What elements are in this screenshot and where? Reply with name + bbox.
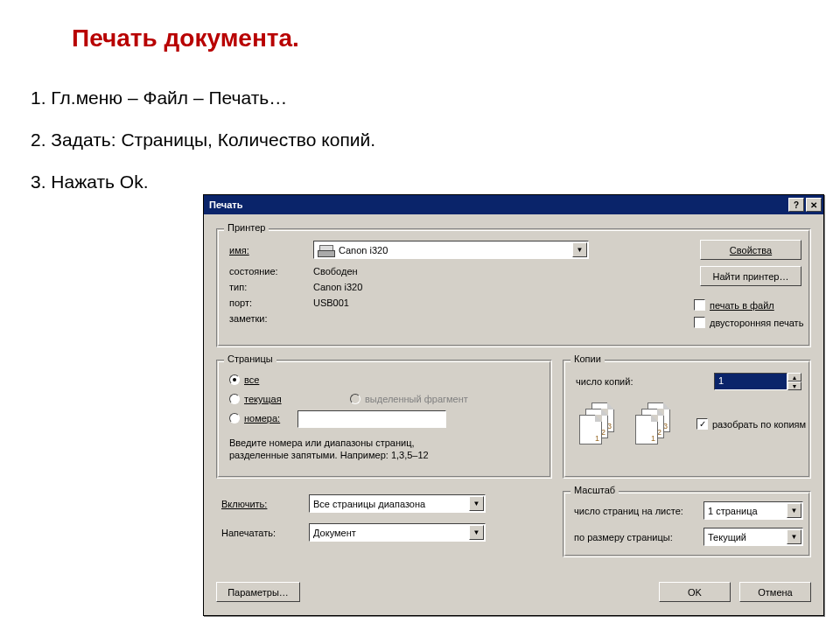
pages-numbers-radio[interactable]: номера: <box>229 413 280 424</box>
print-what-label: Напечатать: <box>221 528 276 538</box>
pages-hint-line2: разделенные запятыми. Например: 1,3,5–12 <box>229 450 429 462</box>
pages-per-sheet-select[interactable]: 1 страница ▼ <box>704 501 803 520</box>
printer-status-value: Свободен <box>313 266 358 276</box>
pages-numbers-label: номера: <box>244 413 280 424</box>
spinner-down-icon[interactable]: ▼ <box>788 382 802 390</box>
pages-group-title: Страницы <box>224 354 276 364</box>
find-printer-button[interactable]: Найти принтер… <box>700 266 802 286</box>
options-button-label: Параметры… <box>228 587 289 598</box>
properties-button[interactable]: Свойства <box>700 240 802 260</box>
printer-type-label: тип: <box>229 282 247 292</box>
list-item: 1. Гл.меню – Файл – Печать… <box>31 88 375 108</box>
pages-group: Страницы все текущая выделенный фрагмент… <box>216 360 552 479</box>
pages-per-sheet-value: 1 страница <box>708 506 758 516</box>
printer-name-label: имя: <box>229 245 249 256</box>
print-to-file-label: печать в файл <box>710 300 774 311</box>
include-label: Включить: <box>221 499 267 509</box>
printer-port-label: порт: <box>229 298 252 308</box>
radio-icon <box>229 374 240 385</box>
checkbox-icon <box>694 299 705 311</box>
fit-to-label: по размеру страницы: <box>574 532 673 542</box>
printer-group: Принтер имя: Canon i320 ▼ состояние: Сво… <box>216 228 811 347</box>
copies-group: Копии число копий: 1 ▲ ▼ 3 2 1 <box>563 360 811 479</box>
pages-per-sheet-label: число страниц на листе: <box>574 506 683 516</box>
copies-count-label: число копий: <box>576 376 633 387</box>
duplex-checkbox[interactable]: двусторонняя печать <box>694 317 803 328</box>
include-value: Все страницы диапазона <box>313 499 425 509</box>
find-printer-button-label: Найти принтер… <box>713 271 789 282</box>
checkbox-icon: ✓ <box>696 418 708 430</box>
list-item: 2. Задать: Страницы, Количество копий. <box>31 130 375 150</box>
dialog-title: Печать <box>209 200 242 210</box>
chevron-down-icon[interactable]: ▼ <box>787 529 802 544</box>
copies-count-value[interactable]: 1 <box>714 373 788 390</box>
cancel-button[interactable]: Отмена <box>739 582 811 602</box>
radio-icon <box>229 394 240 404</box>
scale-group-title: Масштаб <box>570 485 619 495</box>
printer-notes-label: заметки: <box>229 313 268 324</box>
printer-type-value: Canon i320 <box>313 282 362 292</box>
pages-hint-line1: Введите номера или диапазоны страниц, <box>229 438 429 450</box>
printer-name-value: Canon i320 <box>339 245 388 256</box>
pages-all-label: все <box>244 374 259 385</box>
collate-preview-icon: 3 2 1 <box>579 402 620 443</box>
print-to-file-checkbox[interactable]: печать в файл <box>694 299 774 311</box>
radio-icon <box>350 394 360 404</box>
chevron-down-icon[interactable]: ▼ <box>469 496 484 511</box>
help-button[interactable]: ? <box>788 198 804 212</box>
titlebar[interactable]: Печать ? ✕ <box>204 195 823 214</box>
fit-to-select[interactable]: Текущий ▼ <box>704 528 803 546</box>
pages-current-label: текущая <box>244 394 282 404</box>
collate-label: разобрать по копиям <box>712 419 806 430</box>
printer-name-select[interactable]: Canon i320 ▼ <box>313 241 589 259</box>
options-button[interactable]: Параметры… <box>216 582 300 602</box>
print-what-select[interactable]: Документ ▼ <box>309 523 486 542</box>
collate-preview-icon: 3 2 1 <box>635 402 676 443</box>
ok-button-label: OK <box>688 587 702 598</box>
spinner-up-icon[interactable]: ▲ <box>788 373 802 382</box>
close-button[interactable]: ✕ <box>806 198 822 212</box>
pages-current-radio[interactable]: текущая <box>229 394 282 404</box>
copies-group-title: Копии <box>570 354 605 364</box>
collate-checkbox[interactable]: ✓ разобрать по копиям <box>696 418 806 430</box>
pages-all-radio[interactable]: все <box>229 374 259 385</box>
chevron-down-icon[interactable]: ▼ <box>787 503 802 518</box>
checkbox-icon <box>694 317 705 328</box>
chevron-down-icon[interactable]: ▼ <box>469 525 484 540</box>
printer-group-title: Принтер <box>224 222 269 233</box>
properties-button-label: Свойства <box>730 245 772 256</box>
print-dialog: Печать ? ✕ Принтер имя: Canon i320 ▼ сос… <box>203 194 824 616</box>
copies-count-label-text: число копий: <box>576 376 633 387</box>
print-what-value: Документ <box>313 528 356 538</box>
radio-icon <box>229 413 240 424</box>
copies-count-spinner[interactable]: 1 ▲ ▼ <box>714 373 802 390</box>
cancel-button-label: Отмена <box>758 587 792 598</box>
printer-port-value: USB001 <box>313 298 349 308</box>
printer-status-label: состояние: <box>229 266 278 276</box>
pages-numbers-input[interactable] <box>298 410 446 428</box>
include-select[interactable]: Все страницы диапазона ▼ <box>309 494 486 513</box>
pages-selection-radio: выделенный фрагмент <box>350 394 468 404</box>
ok-button[interactable]: OK <box>659 582 731 602</box>
list-item: 3. Нажать Ok. <box>31 172 375 192</box>
printer-icon <box>318 243 335 257</box>
scale-group: Масштаб число страниц на листе: 1 страни… <box>563 491 811 557</box>
chevron-down-icon[interactable]: ▼ <box>572 242 587 257</box>
pages-selection-label: выделенный фрагмент <box>365 394 468 404</box>
page-title: Печать документа. <box>72 24 299 52</box>
fit-to-value: Текущий <box>708 532 746 542</box>
duplex-label: двусторонняя печать <box>710 318 803 328</box>
